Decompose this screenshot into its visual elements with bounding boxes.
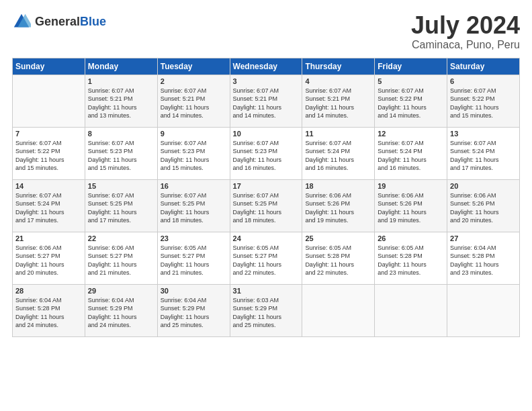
day-number: 12 bbox=[378, 130, 444, 138]
day-info-text: Sunrise: 6:04 AM bbox=[15, 296, 82, 305]
day-info-text: and 16 minutes. bbox=[378, 164, 444, 173]
day-info-text: Sunset: 5:28 PM bbox=[450, 252, 517, 261]
day-info-text: and 14 minutes. bbox=[161, 111, 227, 120]
day-number: 1 bbox=[88, 77, 154, 85]
day-cell-28: 28Sunrise: 6:04 AMSunset: 5:28 PMDayligh… bbox=[13, 284, 85, 336]
day-number: 24 bbox=[233, 234, 300, 242]
day-info-text: Sunrise: 6:07 AM bbox=[161, 87, 227, 95]
day-info-text: Sunrise: 6:06 AM bbox=[450, 191, 517, 200]
day-info-text: and 15 minutes. bbox=[15, 164, 82, 173]
day-cell-16: 16Sunrise: 6:07 AMSunset: 5:25 PMDayligh… bbox=[157, 179, 230, 232]
day-cell-18: 18Sunrise: 6:06 AMSunset: 5:26 PMDayligh… bbox=[302, 179, 375, 232]
day-cell-21: 21Sunrise: 6:06 AMSunset: 5:27 PMDayligh… bbox=[13, 232, 85, 284]
day-info-text: and 24 minutes. bbox=[88, 321, 154, 330]
day-info-text: Sunset: 5:24 PM bbox=[15, 199, 82, 208]
day-number: 13 bbox=[450, 130, 517, 138]
day-info-text: Daylight: 11 hours bbox=[233, 208, 300, 217]
day-cell-19: 19Sunrise: 6:06 AMSunset: 5:26 PMDayligh… bbox=[375, 179, 447, 232]
day-number: 4 bbox=[305, 77, 371, 85]
day-info-text: Sunset: 5:21 PM bbox=[88, 95, 154, 103]
day-info-text: Sunset: 5:26 PM bbox=[305, 199, 371, 208]
day-info-text: and 20 minutes. bbox=[15, 269, 82, 277]
logo-icon bbox=[12, 12, 31, 31]
day-info-text: Sunrise: 6:06 AM bbox=[88, 244, 154, 253]
week-row-4: 21Sunrise: 6:06 AMSunset: 5:27 PMDayligh… bbox=[13, 232, 520, 284]
day-number: 8 bbox=[88, 130, 154, 138]
day-info-text: and 25 minutes. bbox=[233, 321, 300, 330]
day-info-text: Daylight: 11 hours bbox=[161, 103, 227, 112]
day-info-text: and 14 minutes. bbox=[233, 111, 300, 120]
day-info-text: Daylight: 11 hours bbox=[305, 208, 371, 217]
week-row-5: 28Sunrise: 6:04 AMSunset: 5:28 PMDayligh… bbox=[13, 284, 520, 336]
day-info-text: Sunset: 5:28 PM bbox=[305, 252, 371, 261]
day-info-text: Daylight: 11 hours bbox=[305, 261, 371, 269]
day-cell-31: 31Sunrise: 6:03 AMSunset: 5:29 PMDayligh… bbox=[230, 284, 302, 336]
day-info-text: Sunrise: 6:07 AM bbox=[161, 191, 227, 200]
day-info-text: and 17 minutes. bbox=[15, 216, 82, 225]
day-info-text: Daylight: 11 hours bbox=[233, 103, 300, 112]
empty-cell bbox=[447, 284, 520, 336]
day-cell-20: 20Sunrise: 6:06 AMSunset: 5:26 PMDayligh… bbox=[447, 179, 520, 232]
day-info-text: and 18 minutes. bbox=[233, 216, 300, 225]
day-number: 16 bbox=[161, 182, 227, 190]
day-info-text: Sunset: 5:21 PM bbox=[305, 95, 371, 103]
day-cell-1: 1Sunrise: 6:07 AMSunset: 5:21 PMDaylight… bbox=[85, 75, 157, 127]
day-info-text: and 15 minutes. bbox=[161, 164, 227, 173]
day-cell-13: 13Sunrise: 6:07 AMSunset: 5:24 PMDayligh… bbox=[447, 127, 520, 179]
day-info-text: Sunrise: 6:07 AM bbox=[233, 139, 300, 148]
day-cell-30: 30Sunrise: 6:04 AMSunset: 5:29 PMDayligh… bbox=[157, 284, 230, 336]
day-cell-23: 23Sunrise: 6:05 AMSunset: 5:27 PMDayligh… bbox=[157, 232, 230, 284]
day-number: 6 bbox=[450, 77, 517, 85]
day-cell-26: 26Sunrise: 6:05 AMSunset: 5:28 PMDayligh… bbox=[375, 232, 447, 284]
day-info-text: and 16 minutes. bbox=[305, 164, 371, 173]
day-info-text: Sunrise: 6:07 AM bbox=[450, 87, 517, 95]
day-info-text: Sunset: 5:24 PM bbox=[450, 147, 517, 156]
day-info-text: Sunset: 5:29 PM bbox=[233, 304, 300, 313]
day-info-text: Daylight: 11 hours bbox=[305, 156, 371, 165]
day-info-text: Sunrise: 6:04 AM bbox=[88, 296, 154, 305]
day-cell-17: 17Sunrise: 6:07 AMSunset: 5:25 PMDayligh… bbox=[230, 179, 302, 232]
day-info-text: Daylight: 11 hours bbox=[88, 103, 154, 112]
day-cell-14: 14Sunrise: 6:07 AMSunset: 5:24 PMDayligh… bbox=[13, 179, 85, 232]
day-cell-25: 25Sunrise: 6:05 AMSunset: 5:28 PMDayligh… bbox=[302, 232, 375, 284]
day-header-monday: Monday bbox=[85, 58, 157, 75]
day-header-tuesday: Tuesday bbox=[157, 58, 230, 75]
day-info-text: and 16 minutes. bbox=[233, 164, 300, 173]
day-cell-10: 10Sunrise: 6:07 AMSunset: 5:23 PMDayligh… bbox=[230, 127, 302, 179]
day-info-text: and 15 minutes. bbox=[450, 111, 517, 120]
day-info-text: and 20 minutes. bbox=[450, 216, 517, 225]
day-number: 11 bbox=[305, 130, 371, 138]
day-cell-4: 4Sunrise: 6:07 AMSunset: 5:21 PMDaylight… bbox=[302, 75, 375, 127]
day-info-text: and 17 minutes. bbox=[88, 216, 154, 225]
day-info-text: and 19 minutes. bbox=[378, 216, 444, 225]
day-header-wednesday: Wednesday bbox=[230, 58, 302, 75]
day-number: 10 bbox=[233, 130, 300, 138]
day-info-text: Sunrise: 6:06 AM bbox=[378, 191, 444, 200]
day-number: 5 bbox=[378, 77, 444, 85]
day-info-text: Sunrise: 6:07 AM bbox=[88, 139, 154, 148]
day-info-text: Sunrise: 6:03 AM bbox=[233, 296, 300, 305]
day-number: 28 bbox=[15, 287, 82, 295]
day-info-text: Sunset: 5:22 PM bbox=[450, 95, 517, 103]
calendar-header-row: SundayMondayTuesdayWednesdayThursdayFrid… bbox=[13, 58, 520, 75]
day-info-text: Daylight: 11 hours bbox=[233, 261, 300, 269]
sub-title: Caminaca, Puno, Peru bbox=[411, 39, 520, 51]
day-info-text: and 23 minutes. bbox=[450, 269, 517, 277]
day-number: 19 bbox=[378, 182, 444, 190]
day-info-text: Sunrise: 6:07 AM bbox=[378, 139, 444, 148]
day-info-text: Daylight: 11 hours bbox=[161, 208, 227, 217]
day-info-text: Daylight: 11 hours bbox=[378, 156, 444, 165]
day-number: 15 bbox=[88, 182, 154, 190]
day-info-text: Sunrise: 6:07 AM bbox=[305, 87, 371, 95]
day-number: 17 bbox=[233, 182, 300, 190]
day-info-text: Sunset: 5:23 PM bbox=[88, 147, 154, 156]
day-info-text: Sunrise: 6:05 AM bbox=[233, 244, 300, 253]
day-info-text: Sunrise: 6:07 AM bbox=[88, 87, 154, 95]
day-info-text: Sunrise: 6:07 AM bbox=[305, 139, 371, 148]
day-info-text: Daylight: 11 hours bbox=[161, 261, 227, 269]
week-row-3: 14Sunrise: 6:07 AMSunset: 5:24 PMDayligh… bbox=[13, 179, 520, 232]
day-info-text: Sunset: 5:25 PM bbox=[88, 199, 154, 208]
day-number: 18 bbox=[305, 182, 371, 190]
day-info-text: Sunrise: 6:04 AM bbox=[161, 296, 227, 305]
day-info-text: Sunrise: 6:07 AM bbox=[15, 139, 82, 148]
